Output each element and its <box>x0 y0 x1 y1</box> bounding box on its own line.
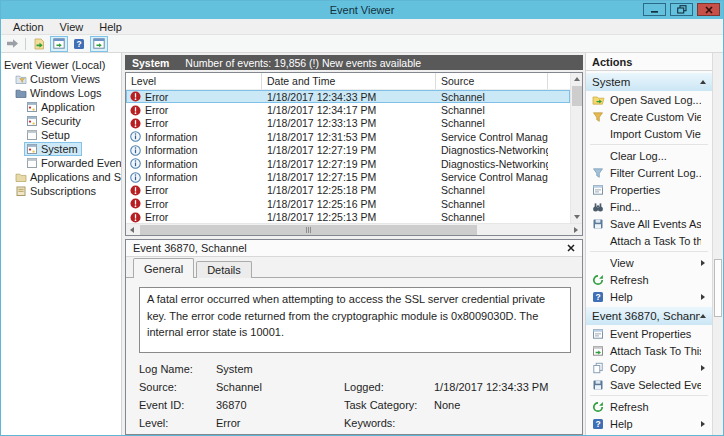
event-row[interactable]: Error1/18/2017 12:25:16 PMSchannel <box>126 197 570 210</box>
tree-item-forwarded-events[interactable]: Forwarded Events <box>1 156 121 170</box>
collapse-icon[interactable] <box>700 314 706 318</box>
level-cell: Error <box>126 104 262 116</box>
menu-action[interactable]: Action <box>5 19 52 34</box>
actions-section-system[interactable]: System <box>586 73 712 91</box>
action-create-custom-view[interactable]: Create Custom View... <box>586 108 712 125</box>
custom-views-icon <box>15 73 27 85</box>
action-refresh[interactable]: Refresh <box>586 398 712 415</box>
action-open-saved-log[interactable]: Open Saved Log... <box>586 91 712 108</box>
action-import-custom-view[interactable]: Import Custom View... <box>586 125 712 142</box>
export-log-button[interactable] <box>30 36 48 52</box>
event-row[interactable]: Error1/18/2017 12:25:18 PMSchannel <box>126 184 570 197</box>
action-attach-task-to-this-ev[interactable]: Attach Task To This Ev... <box>586 342 712 359</box>
action-clear-log[interactable]: Clear Log... <box>586 147 712 164</box>
event-row[interactable]: Information1/18/2017 12:27:19 PMDiagnost… <box>126 157 570 170</box>
action-icon-slot <box>590 201 606 213</box>
actions-section-event-36870-schannel[interactable]: Event 36870, Schannel <box>586 307 712 325</box>
action-label: Properties <box>606 184 701 196</box>
tree-item-subscriptions[interactable]: Subscriptions <box>1 184 121 198</box>
help-button[interactable]: ? <box>70 36 88 52</box>
tree-item-custom-views[interactable]: Custom Views <box>1 72 121 86</box>
tree-item-application[interactable]: Application <box>1 100 121 114</box>
event-row[interactable]: Information1/18/2017 12:27:19 PMDiagnost… <box>126 144 570 157</box>
restore-button[interactable] <box>670 3 693 16</box>
datetime-cell: 1/18/2017 12:25:18 PM <box>262 184 436 196</box>
tab-general[interactable]: General <box>133 258 194 278</box>
action-pane-button[interactable] <box>90 36 108 52</box>
submenu-arrow-icon <box>701 421 705 427</box>
tree-item-windows-logs[interactable]: Windows Logs <box>1 86 121 100</box>
log-icon <box>26 143 38 155</box>
menu-help[interactable]: Help <box>91 19 130 34</box>
tree-item-security[interactable]: Security <box>1 114 121 128</box>
error-icon <box>130 118 141 129</box>
horizontal-scroll-track[interactable] <box>138 224 570 236</box>
task-icon <box>592 345 604 357</box>
titlebar[interactable]: Event Viewer <box>1 1 723 19</box>
tree-item-setup[interactable]: Setup <box>1 128 121 142</box>
action-icon-slot: ? <box>590 418 606 430</box>
tree-item-inner: Security <box>24 114 85 128</box>
event-row[interactable]: Error1/18/2017 12:33:13 PMSchannel <box>126 117 570 130</box>
submenu-arrow-icon <box>701 294 705 300</box>
action-refresh[interactable]: Refresh <box>586 271 712 288</box>
level-cell: Error <box>126 91 262 103</box>
tree-item-system[interactable]: System <box>1 142 121 156</box>
event-list-vertical-scrollbar[interactable] <box>570 73 582 223</box>
field-label: Source: <box>139 381 216 393</box>
actions-scroll-thumb[interactable] <box>714 259 722 316</box>
action-help[interactable]: ?Help <box>586 415 712 432</box>
minimize-button[interactable] <box>643 3 666 16</box>
tree-item-inner: Windows Logs <box>13 86 106 100</box>
action-view[interactable]: View <box>586 254 712 271</box>
svg-text:?: ? <box>595 292 600 302</box>
tab-details[interactable]: Details <box>196 261 252 278</box>
event-row[interactable]: Information1/18/2017 12:27:15 PMService … <box>126 170 570 183</box>
action-copy[interactable]: Copy <box>586 359 712 376</box>
window-controls <box>639 3 720 16</box>
action-help[interactable]: ?Help <box>586 288 712 305</box>
tree-item-event-viewer-local[interactable]: Event Viewer (Local) <box>1 58 121 72</box>
action-label: Clear Log... <box>606 150 701 162</box>
close-preview-icon[interactable] <box>567 244 575 252</box>
column-header-level[interactable]: Level <box>126 73 262 89</box>
scroll-right-icon[interactable] <box>570 224 582 236</box>
action-find[interactable]: Find... <box>586 198 712 215</box>
close-button[interactable] <box>697 3 720 16</box>
action-icon-slot <box>590 345 606 357</box>
action-save-all-events-as[interactable]: Save All Events As... <box>586 215 712 232</box>
action-event-properties[interactable]: Event Properties <box>586 325 712 342</box>
log-plain-icon <box>26 129 38 141</box>
action-attach-a-task-to-this-l[interactable]: Attach a Task To this L... <box>586 232 712 249</box>
action-properties[interactable]: Properties <box>586 181 712 198</box>
horizontal-scroll-thumb[interactable] <box>140 225 477 235</box>
log-icon <box>26 101 38 113</box>
action-save-selected-events[interactable]: Save Selected Events... <box>586 376 712 393</box>
menu-view[interactable]: View <box>52 19 92 34</box>
field-label: Level: <box>139 417 216 429</box>
event-list-horizontal-scrollbar[interactable] <box>126 223 582 235</box>
event-row[interactable]: Error1/18/2017 12:34:17 PMSchannel <box>126 103 570 116</box>
field-label: Logged: <box>344 381 434 393</box>
field-value: Schannel <box>216 381 344 393</box>
action-label: Attach Task To This Ev... <box>606 345 701 357</box>
scroll-down-icon[interactable] <box>571 211 583 223</box>
event-row[interactable]: Information1/18/2017 12:31:53 PMService … <box>126 130 570 143</box>
actions-scrollbar[interactable] <box>712 53 723 435</box>
event-row[interactable]: Error1/18/2017 12:34:33 PMSchannel <box>126 90 570 103</box>
tree-item-inner: Setup <box>24 128 74 142</box>
tree-item-applications-and-services-lo[interactable]: Applications and Services Lo <box>1 170 121 184</box>
copy-icon <box>592 362 604 374</box>
column-header-date-and-time[interactable]: Date and Time <box>262 73 436 89</box>
source-cell: Diagnostics-Networking <box>436 158 548 170</box>
column-header-source[interactable]: Source <box>436 73 548 89</box>
tree-item-label: Applications and Services Lo <box>30 171 122 183</box>
scroll-left-icon[interactable] <box>126 224 138 236</box>
scroll-up-icon[interactable] <box>571 73 583 85</box>
collapse-icon[interactable] <box>700 80 706 84</box>
forward-arrow-button[interactable] <box>3 36 21 52</box>
action-filter-current-log[interactable]: Filter Current Log... <box>586 164 712 181</box>
console-tree-button[interactable] <box>50 36 68 52</box>
event-row[interactable]: Error1/18/2017 12:25:13 PMSchannel <box>126 211 570 223</box>
vertical-scroll-thumb[interactable] <box>572 86 582 106</box>
